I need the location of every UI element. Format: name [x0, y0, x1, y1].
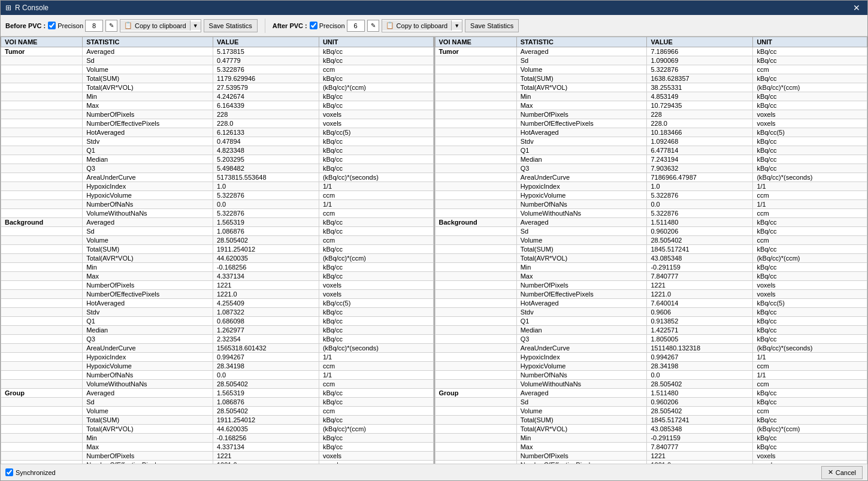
voi-name-cell: Group — [1, 389, 83, 398]
unit-cell: (kBq/cc)*(ccm) — [753, 83, 867, 92]
after-clipboard-arrow[interactable]: ▼ — [452, 22, 462, 30]
before-clipboard-button[interactable]: 📋 Copy to clipboard ▼ — [120, 19, 201, 32]
unit-cell: kBq/cc — [319, 389, 433, 398]
value-cell: 1.565319 — [213, 389, 319, 398]
unit-cell: 1/1 — [319, 182, 433, 191]
value-cell: 228.0 — [647, 119, 753, 128]
table-row: HypoxicVolume5.322876ccm — [435, 191, 867, 200]
main-window: ⊞ R Console ✕ Before PVC : Precison 8 ✎ … — [0, 0, 868, 481]
value-cell: 0.0 — [647, 200, 753, 209]
table-row: HypoxicIndex1.01/1 — [1, 182, 434, 191]
table-row: Min-0.168256kBq/cc — [1, 263, 434, 272]
after-table-container[interactable]: VOI NAME STATISTIC VALUE UNIT TumorAvera… — [435, 37, 868, 464]
statistic-cell: Stdv — [516, 308, 647, 317]
after-edit-button[interactable]: ✎ — [367, 20, 379, 32]
table-row: Median5.203295kBq/cc — [1, 155, 434, 164]
table-row: GroupAveraged1.511480kBq/cc — [435, 389, 867, 398]
table-row: Q32.32354kBq/cc — [1, 335, 434, 344]
statistic-cell: Averaged — [83, 389, 213, 398]
value-cell: 1221 — [213, 281, 319, 290]
after-clipboard-main[interactable]: 📋 Copy to clipboard — [382, 20, 452, 31]
statistic-cell: VolumeWithoutNaNs — [83, 209, 213, 218]
before-clipboard-arrow[interactable]: ▼ — [190, 22, 201, 30]
unit-cell: ccm — [319, 362, 433, 371]
voi-name-empty — [1, 335, 83, 344]
statistic-cell: Min — [83, 92, 213, 101]
synchronized-checkbox[interactable] — [5, 468, 13, 476]
value-cell: 5.322876 — [647, 209, 753, 218]
value-cell: 1.090069 — [647, 56, 753, 65]
before-table-container[interactable]: VOI NAME STATISTIC VALUE UNIT TumorAvera… — [1, 37, 434, 464]
table-row: Q31.805005kBq/cc — [435, 335, 867, 344]
after-precision-input[interactable]: 6 — [347, 20, 365, 32]
window-close-button[interactable]: ✕ — [851, 3, 863, 13]
unit-cell: kBq/cc — [319, 326, 433, 335]
voi-name-empty — [435, 146, 516, 155]
unit-cell: kBq/cc — [753, 398, 867, 407]
value-cell: 1845.517241 — [647, 416, 753, 425]
value-cell: 1.422571 — [647, 326, 753, 335]
after-save-stats-button[interactable]: Save Statistics — [465, 19, 519, 32]
before-table: VOI NAME STATISTIC VALUE UNIT TumorAvera… — [1, 37, 434, 464]
value-cell: 28.505402 — [213, 407, 319, 416]
before-clipboard-label: Copy to clipboard — [135, 22, 186, 29]
voi-name-cell: Background — [435, 218, 516, 227]
cancel-icon: ✕ — [828, 468, 833, 476]
value-cell: 4.823348 — [213, 146, 319, 155]
statistic-cell: Volume — [516, 65, 647, 74]
voi-name-empty — [435, 164, 516, 173]
unit-cell: ccm — [319, 407, 433, 416]
value-cell: 43.085348 — [647, 254, 753, 263]
value-cell: 28.505402 — [213, 380, 319, 389]
title-bar-left: ⊞ R Console — [5, 4, 49, 12]
statistic-cell: NumberOfPixels — [83, 281, 213, 290]
before-precision-input[interactable]: 8 — [85, 20, 103, 32]
value-cell: 1.511480 — [647, 389, 753, 398]
value-cell: 1.086876 — [213, 398, 319, 407]
unit-cell: (kBq/cc)*(seconds) — [319, 173, 433, 182]
before-save-stats-button[interactable]: Save Statistics — [204, 19, 258, 32]
table-row: Total(SUM)1911.254012kBq/cc — [1, 245, 434, 254]
before-clipboard-main[interactable]: 📋 Copy to clipboard — [120, 20, 190, 31]
value-cell: 1565318.601432 — [213, 344, 319, 353]
value-cell: 4.337134 — [213, 272, 319, 281]
value-cell: 28.505402 — [647, 407, 753, 416]
unit-cell: 1/1 — [753, 200, 867, 209]
status-left: Synchronized — [5, 468, 56, 476]
voi-name-empty — [435, 317, 516, 326]
table-row: Volume5.322876ccm — [1, 65, 434, 74]
statistic-cell: AreaUnderCurve — [516, 344, 647, 353]
table-row: HypoxicIndex0.9942671/1 — [435, 353, 867, 362]
table-row: VolumeWithoutNaNs28.505402ccm — [435, 380, 867, 389]
statistic-cell: Total(AVR*VOL) — [516, 254, 647, 263]
table-row: Q37.903632kBq/cc — [435, 164, 867, 173]
statistic-cell: NumberOfNaNs — [83, 371, 213, 380]
value-cell: -0.291159 — [647, 434, 753, 443]
table-row: NumberOfEffectivePixels1221.0voxels — [435, 290, 867, 299]
cancel-button[interactable]: ✕ Cancel — [821, 466, 863, 479]
value-cell: 1221 — [647, 452, 753, 461]
table-row: Q10.913852kBq/cc — [435, 317, 867, 326]
table-row: NumberOfPixels228voxels — [435, 110, 867, 119]
unit-cell: (kBq/cc)*(seconds) — [319, 344, 433, 353]
table-row: Max4.337134kBq/cc — [1, 443, 434, 452]
after-clipboard-button[interactable]: 📋 Copy to clipboard ▼ — [382, 19, 463, 32]
after-precision-checkbox[interactable] — [310, 22, 317, 29]
value-cell: 1911.254012 — [213, 416, 319, 425]
before-precision-checkbox[interactable] — [48, 22, 56, 29]
voi-name-empty — [435, 398, 516, 407]
before-edit-button[interactable]: ✎ — [105, 20, 117, 32]
value-cell: 0.960206 — [647, 398, 753, 407]
before-col-statistic: STATISTIC — [83, 37, 213, 47]
statistic-cell: NumberOfPixels — [83, 452, 213, 461]
value-cell: 38.255331 — [647, 83, 753, 92]
value-cell: 28.34198 — [213, 362, 319, 371]
table-row: HypoxicVolume28.34198ccm — [435, 362, 867, 371]
table-row: VolumeWithoutNaNs5.322876ccm — [1, 209, 434, 218]
value-cell: 0.913852 — [647, 317, 753, 326]
value-cell: 1.262977 — [213, 326, 319, 335]
after-clipboard-icon: 📋 — [386, 22, 394, 29]
value-cell: 7186966.47987 — [647, 173, 753, 182]
table-row: Median7.243194kBq/cc — [435, 155, 867, 164]
statistic-cell: HotAveraged — [516, 299, 647, 308]
